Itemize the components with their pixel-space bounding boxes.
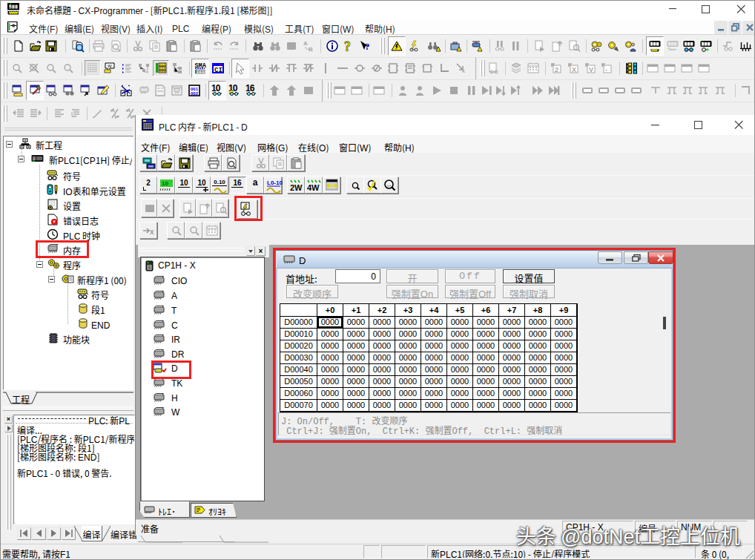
svg-text:k: k xyxy=(462,67,466,74)
svg-text:x: x xyxy=(150,228,154,236)
svg-text:L0-10: L0-10 xyxy=(267,179,283,186)
svg-text:-: - xyxy=(605,66,607,73)
svg-text:?: ? xyxy=(365,41,370,52)
svg-text:?: ? xyxy=(344,39,351,54)
svg-text:16: 16 xyxy=(245,83,255,93)
svg-text:V: V xyxy=(589,66,593,73)
svg-text:2: 2 xyxy=(555,66,558,73)
svg-text:X: X xyxy=(572,66,576,73)
svg-text:4W: 4W xyxy=(307,183,320,192)
svg-text:CI: CI xyxy=(214,67,222,74)
svg-text:2W: 2W xyxy=(290,183,303,192)
svg-text:W: W xyxy=(108,64,112,68)
svg-text:A: A xyxy=(303,40,308,47)
svg-text:10: 10 xyxy=(162,180,168,187)
svg-text:002: 002 xyxy=(191,91,199,96)
svg-text:10: 10 xyxy=(211,83,221,93)
